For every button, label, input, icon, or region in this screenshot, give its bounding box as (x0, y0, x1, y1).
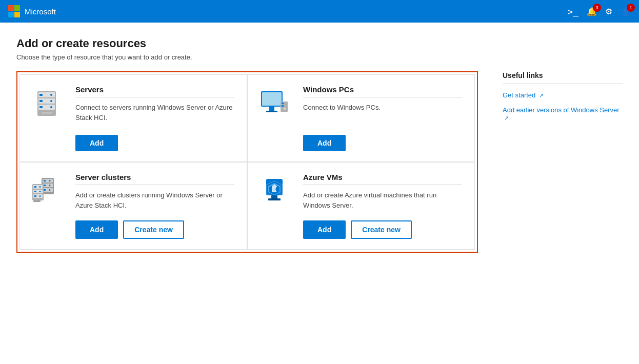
server-clusters-card-title: Server clusters (75, 173, 234, 181)
logo-red (8, 5, 14, 11)
get-started-label: Get started (503, 91, 535, 99)
servers-add-button[interactable]: Add (75, 135, 118, 151)
page-title: Add or create resources (16, 37, 623, 50)
cluster-icon (30, 173, 67, 239)
servers-card-body: Servers Connect to servers running Windo… (75, 85, 234, 151)
content-area: Servers Connect to servers running Windo… (16, 71, 623, 253)
windows-pcs-card-actions: Add (303, 135, 462, 151)
sidebar-title: Useful links (503, 71, 623, 79)
servers-card-title: Servers (75, 85, 234, 94)
server-clusters-card: Server clusters Add or create clusters r… (19, 162, 247, 250)
svg-point-6 (50, 100, 52, 102)
servers-card-desc: Connect to servers running Windows Serve… (75, 103, 234, 125)
svg-point-9 (50, 106, 52, 108)
svg-rect-14 (266, 111, 277, 112)
svg-rect-13 (269, 107, 274, 111)
cards-grid: Servers Connect to servers running Windo… (16, 71, 478, 253)
topbar-right: >_ 🔔 3 ⚙ 👤 1 (567, 6, 631, 17)
svg-rect-2 (39, 94, 43, 96)
svg-rect-37 (34, 195, 36, 197)
svg-point-28 (49, 189, 51, 191)
topbar-left: Microsoft (8, 5, 56, 17)
svg-rect-24 (44, 185, 46, 186)
windows-pcs-card-body: Windows PCs Connect to Windows PCs. Add (303, 85, 462, 151)
add-earlier-versions-external-icon: ↗ (504, 115, 509, 122)
windows-pcs-add-button[interactable]: Add (303, 135, 346, 151)
svg-point-32 (39, 186, 41, 188)
servers-card: Servers Connect to servers running Windo… (19, 74, 247, 162)
notifications-badge: 3 (593, 4, 601, 12)
svg-point-22 (49, 180, 51, 181)
windows-pcs-card: Windows PCs Connect to Windows PCs. Add (247, 74, 475, 162)
add-earlier-versions-link[interactable]: Add earlier versions of Windows Server ↗ (503, 106, 623, 122)
server-clusters-card-body: Server clusters Add or create clusters r… (75, 173, 234, 239)
server-clusters-add-button[interactable]: Add (75, 220, 118, 239)
microsoft-logo (8, 5, 21, 17)
azure-vm-icon (258, 173, 295, 239)
user-icon[interactable]: 👤 1 (621, 7, 631, 16)
server-clusters-card-actions: Add Create new (75, 220, 234, 239)
svg-rect-21 (44, 180, 46, 181)
azure-vms-card-desc: Add or create Azure virtual machines tha… (303, 190, 462, 210)
azure-vms-add-button[interactable]: Add (303, 220, 346, 239)
svg-rect-12 (262, 92, 282, 106)
svg-point-25 (49, 185, 51, 186)
settings-icon[interactable]: ⚙ (605, 7, 612, 16)
svg-rect-16 (282, 103, 284, 104)
logo-green (14, 5, 20, 11)
servers-card-actions: Add (75, 135, 234, 151)
azure-vms-card: Azure VMs Add or create Azure virtual ma… (247, 162, 475, 250)
svg-rect-10 (42, 112, 52, 114)
sidebar: Useful links Get started ↗ Add earlier v… (494, 71, 623, 253)
svg-rect-45 (268, 198, 281, 200)
user-badge: 1 (627, 4, 635, 12)
svg-point-38 (39, 195, 41, 197)
svg-rect-31 (34, 186, 36, 188)
get-started-external-icon: ↗ (539, 92, 544, 99)
svg-point-35 (39, 191, 41, 192)
page-subtitle: Choose the type of resource that you wan… (16, 53, 623, 61)
azure-vms-card-actions: Add Create new (303, 220, 462, 239)
svg-point-3 (50, 94, 52, 96)
add-earlier-versions-label: Add earlier versions of Windows Server (503, 106, 620, 114)
server-clusters-create-button[interactable]: Create new (123, 220, 184, 239)
windows-pcs-card-desc: Connect to Windows PCs. (303, 103, 462, 125)
server-icon (30, 85, 67, 151)
svg-rect-34 (34, 191, 36, 192)
svg-rect-39 (33, 200, 41, 202)
get-started-link[interactable]: Get started ↗ (503, 91, 623, 99)
svg-rect-17 (282, 105, 284, 107)
topbar-brand-text: Microsoft (25, 7, 56, 16)
svg-rect-27 (44, 189, 46, 191)
azure-vms-card-title: Azure VMs (303, 173, 462, 181)
windows-pc-icon (258, 85, 295, 151)
logo-blue (8, 12, 14, 17)
notifications-icon[interactable]: 🔔 3 (587, 7, 597, 16)
svg-rect-8 (39, 106, 43, 108)
terminal-icon[interactable]: >_ (567, 6, 578, 17)
server-clusters-card-desc: Add or create clusters running Windows S… (75, 190, 234, 210)
main-content: Add or create resources Choose the type … (0, 23, 639, 364)
svg-rect-5 (39, 100, 43, 102)
windows-pcs-card-title: Windows PCs (303, 85, 462, 94)
azure-vms-card-body: Azure VMs Add or create Azure virtual ma… (303, 173, 462, 239)
azure-vms-create-button[interactable]: Create new (351, 220, 412, 239)
sidebar-divider (503, 84, 623, 84)
svg-point-18 (284, 108, 286, 110)
topbar: Microsoft >_ 🔔 3 ⚙ 👤 1 (0, 0, 639, 23)
logo-yellow (14, 12, 20, 17)
svg-rect-44 (271, 195, 277, 198)
